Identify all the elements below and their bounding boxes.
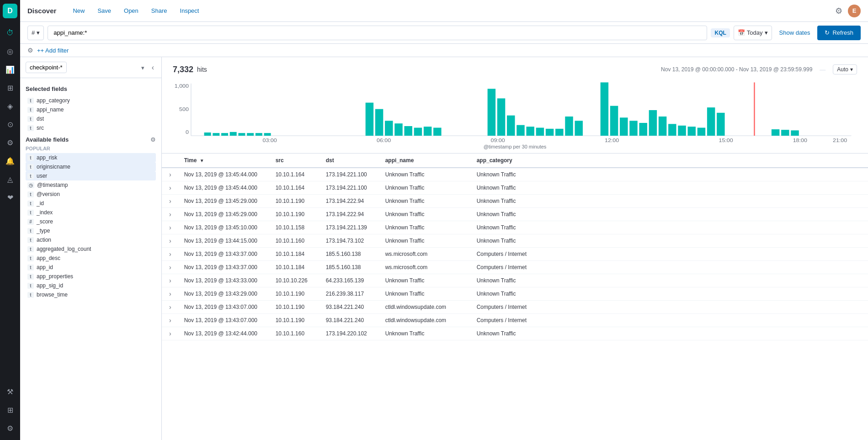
available-field-item[interactable]: tapp_id <box>26 263 156 272</box>
cell-app-category: Unknown Traffic <box>471 168 868 181</box>
available-fields-gear-icon[interactable]: ⚙ <box>150 136 156 143</box>
available-field-item[interactable]: #_score <box>26 217 156 226</box>
nav-icon-ml[interactable]: ⚙ <box>2 134 18 151</box>
svg-text:06:00: 06:00 <box>377 137 391 142</box>
index-type-selector[interactable]: # ▾ <box>27 26 44 40</box>
auto-interval-selector[interactable]: Auto ▾ <box>833 64 857 74</box>
user-avatar[interactable]: E <box>848 5 861 17</box>
cell-appi-name: Unknown Traffic <box>380 181 471 195</box>
field-name: browse_time <box>37 292 68 298</box>
sidebar-collapse-button[interactable]: ‹ <box>150 64 156 72</box>
nav-icon-stack[interactable]: ⊞ <box>2 402 18 418</box>
cell-appi-name: Unknown Traffic <box>380 195 471 208</box>
row-expand-button[interactable]: › <box>167 224 173 231</box>
filter-settings-icon[interactable]: ⚙ <box>27 47 33 54</box>
available-field-item[interactable]: tapp_sig_id <box>26 281 156 290</box>
row-expand-button[interactable]: › <box>167 317 173 324</box>
nav-icon-apm[interactable]: ◬ <box>2 171 18 187</box>
refresh-icon: ↻ <box>825 29 830 36</box>
row-expand-button[interactable]: › <box>167 171 173 178</box>
nav-icon-clock[interactable]: ⏱ <box>2 25 18 41</box>
nav-icon-maps[interactable]: ⊙ <box>2 116 18 133</box>
cell-src: 10.10.1.190 <box>270 195 320 208</box>
row-expand-button[interactable]: › <box>167 184 173 191</box>
selected-field-item[interactable]: tapp_category <box>26 96 156 105</box>
available-field-item[interactable]: ◷@timestamp <box>26 180 156 190</box>
open-button[interactable]: Open <box>120 5 142 16</box>
selected-fields-title: Selected fields <box>26 85 156 92</box>
available-field-item[interactable]: tapp_desc <box>26 254 156 263</box>
selected-field-item[interactable]: tappi_name <box>26 105 156 114</box>
svg-rect-5 <box>204 133 211 136</box>
field-type-badge: t <box>27 116 34 122</box>
field-name: _score <box>37 218 53 225</box>
row-expand-button[interactable]: › <box>167 237 173 244</box>
th-appi-name[interactable]: appi_name <box>380 154 471 168</box>
row-expand-button[interactable]: › <box>167 303 173 311</box>
available-field-item[interactable]: tbrowse_time <box>26 290 156 299</box>
left-navigation: D ⏱ ◎ 📊 ⊞ ◈ ⊙ ⚙ 🔔 ◬ ❤ ⚒ ⊞ ⚙ <box>0 0 20 440</box>
svg-text:21:00: 21:00 <box>833 137 847 142</box>
row-expand-button[interactable]: › <box>167 197 173 205</box>
row-expand-button[interactable]: › <box>167 330 173 337</box>
nav-icon-uptime[interactable]: ❤ <box>2 189 18 206</box>
refresh-button[interactable]: ↻ Refresh <box>817 26 861 40</box>
th-src[interactable]: src <box>270 154 320 168</box>
share-button[interactable]: Share <box>148 5 171 16</box>
nav-icon-devtools[interactable]: ⚒ <box>2 383 18 400</box>
show-dates-button[interactable]: Show dates <box>776 27 814 38</box>
search-input[interactable] <box>48 26 707 40</box>
cell-dst: 173.194.221.139 <box>320 221 380 234</box>
field-type-badge: t <box>27 164 34 170</box>
table-row: › Nov 13, 2019 @ 13:43:37.000 10.10.1.18… <box>162 261 868 274</box>
field-type-badge: t <box>27 228 34 234</box>
nav-icon-alerting[interactable]: 🔔 <box>2 153 18 169</box>
available-field-item[interactable]: t@version <box>26 190 156 199</box>
svg-rect-21 <box>488 89 495 136</box>
nav-icon-canvas[interactable]: ◈ <box>2 98 18 114</box>
nav-icon-visualize[interactable]: 📊 <box>2 61 18 78</box>
available-field-item[interactable]: taggregated_log_count <box>26 244 156 254</box>
inspect-button[interactable]: Inspect <box>176 5 203 16</box>
th-app-category[interactable]: app_category <box>471 154 868 168</box>
svg-text:1,000: 1,000 <box>175 83 189 89</box>
field-type-badge: t <box>27 191 34 197</box>
row-expand-cell: › <box>162 208 179 221</box>
available-field-item[interactable]: t_index <box>26 208 156 217</box>
popular-field-item[interactable]: tuser <box>26 171 156 180</box>
available-field-item[interactable]: t_id <box>26 199 156 208</box>
nav-icon-discover[interactable]: ◎ <box>2 43 18 59</box>
index-pattern-select[interactable]: checkpoint-* <box>26 62 67 73</box>
row-expand-button[interactable]: › <box>167 264 173 271</box>
add-filter-button[interactable]: + + Add filter <box>37 47 69 54</box>
field-type-badge: t <box>27 107 34 113</box>
available-field-item[interactable]: taction <box>26 235 156 244</box>
row-expand-button[interactable]: › <box>167 250 173 258</box>
th-time[interactable]: Time ▼ <box>179 154 270 168</box>
cell-appi-name: ctldl.windowsupdate.com <box>380 301 471 314</box>
cell-time: Nov 13, 2019 @ 13:45:44.000 <box>179 181 270 195</box>
nav-icon-settings[interactable]: ⚙ <box>2 420 18 436</box>
row-expand-cell: › <box>162 314 179 327</box>
settings-icon[interactable]: ⚙ <box>835 6 842 16</box>
available-field-item[interactable]: tapp_properties <box>26 272 156 281</box>
svg-rect-30 <box>575 121 582 136</box>
save-button[interactable]: Save <box>94 5 115 16</box>
selected-field-item[interactable]: tsrc <box>26 123 156 133</box>
available-field-item[interactable]: t_type <box>26 226 156 235</box>
nav-icon-dashboard[interactable]: ⊞ <box>2 80 18 96</box>
th-dst[interactable]: dst <box>320 154 380 168</box>
time-filter[interactable]: 📅 Today ▾ <box>734 26 772 40</box>
selected-field-item[interactable]: tdst <box>26 114 156 123</box>
svg-rect-19 <box>424 127 431 136</box>
row-expand-button[interactable]: › <box>167 290 173 297</box>
row-expand-cell: › <box>162 261 179 274</box>
new-button[interactable]: New <box>69 5 88 16</box>
row-expand-button[interactable]: › <box>167 211 173 218</box>
row-expand-button[interactable]: › <box>167 277 173 284</box>
popular-field-item[interactable]: toriginsicname <box>26 162 156 171</box>
kql-badge[interactable]: KQL <box>711 28 730 37</box>
svg-text:18:00: 18:00 <box>793 137 807 142</box>
popular-field-item[interactable]: tapp_risk <box>26 153 156 162</box>
svg-rect-22 <box>497 98 505 136</box>
